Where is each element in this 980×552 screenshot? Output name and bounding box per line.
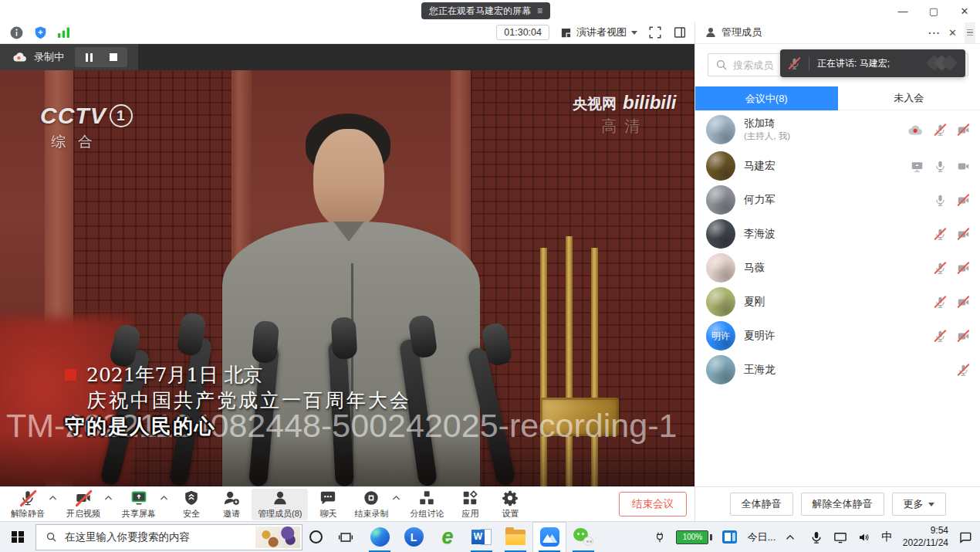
close-button[interactable]: ✕ [949,0,980,22]
avatar [706,355,735,384]
ie-icon: e [441,527,453,547]
taskbar-app-meeting[interactable] [532,522,566,552]
tray-speaker-icon[interactable] [857,530,871,544]
network-signal-icon[interactable] [57,26,71,39]
taskbar-app-edge[interactable] [363,522,397,552]
action-center-icon[interactable] [958,530,972,544]
camera-off-icon [957,124,970,137]
settings-button[interactable]: 设置 [490,489,530,520]
mute-all-button[interactable]: 全体静音 [730,493,793,516]
mic-on-icon [934,194,947,207]
pause-recording-button[interactable] [78,49,100,66]
security-button[interactable]: 安全 [171,489,211,520]
video-caption-date: 2021年7月1日 北京 [65,362,262,388]
system-tray: 100% 今日... 中 9:54 2022/11/24 [654,522,980,552]
chevron-up-icon[interactable] [49,495,57,501]
panel-grip[interactable] [965,22,975,43]
unmute-all-button[interactable]: 解除全体静音 [801,493,884,516]
folder-icon [505,530,525,545]
camera-off-icon [957,330,970,343]
tab-in-meeting[interactable]: 会议中(8) [695,86,838,110]
tab-not-joined[interactable]: 未入会 [838,86,980,110]
member-row[interactable]: 李海波 [695,217,980,251]
fullscreen-icon[interactable] [648,25,662,39]
chat-icon [319,489,336,506]
unmute-button[interactable]: 解除静音 [5,489,51,520]
apps-button[interactable]: 应用 [450,489,490,520]
recording-strip: 录制中 [0,44,694,70]
battery-indicator[interactable]: 100% [676,530,712,544]
meeting-app-icon [540,527,559,547]
taskbar-app-wechat[interactable] [566,522,600,552]
member-row[interactable]: 何力军 [695,183,980,217]
camera-off-icon [75,489,92,506]
minimize-button[interactable]: — [887,0,918,22]
banner-menu-icon[interactable]: ≡ [537,6,542,15]
tray-expand-chevron-icon[interactable] [786,530,799,544]
cortana-button[interactable] [302,522,329,552]
taskbar-app-ie[interactable]: e [431,522,465,552]
panel-close-icon[interactable]: ✕ [948,27,957,39]
ime-indicator[interactable]: 中 [881,530,893,544]
view-mode-selector[interactable]: 演讲者视图 [560,25,637,39]
layout-icon [560,27,572,39]
member-name: 夏明许 [744,329,776,343]
meeting-protect-shield-icon[interactable] [33,25,48,40]
taskbar-app-explorer[interactable] [498,522,532,552]
member-search-row: 正在讲话: 马建宏; [695,44,980,86]
panel-title: 管理成员 [721,25,762,39]
share-screen-icon [130,489,147,506]
member-row[interactable]: 明许 夏明许 [695,319,980,353]
start-video-button[interactable]: 开启视频 [60,489,106,520]
windows-taskbar: 在这里输入你要搜索的内容 L e W 100% 今日... 中 9 [0,521,980,552]
member-row[interactable]: 王海龙 [695,353,980,387]
breakout-rooms-button[interactable]: 分组讨论 [404,489,450,520]
chat-button[interactable]: 聊天 [308,489,348,520]
start-button[interactable] [0,522,35,552]
search-box-art [255,527,300,548]
invite-button[interactable]: 邀请 [211,489,252,520]
meeting-info-icon[interactable] [9,25,24,40]
end-meeting-button[interactable]: 结束会议 [619,492,687,516]
member-row[interactable]: 马薇 [695,251,980,285]
news-widget-icon[interactable] [722,530,737,544]
chevron-up-icon[interactable] [160,495,168,501]
tray-mic-icon[interactable] [809,530,823,544]
meeting-timer: 01:30:04 [496,25,549,40]
camera-off-icon [957,194,970,207]
cctv-text: CCTV [40,103,106,129]
panel-header: 管理成员 ··· ✕ [694,22,980,44]
mic-off-icon [957,364,970,377]
chevron-up-icon[interactable] [104,495,113,501]
side-panel-toggle-icon[interactable] [673,25,687,39]
member-name: 马建宏 [744,159,776,173]
taskbar-app-browser[interactable]: L [397,522,431,552]
chevron-up-icon[interactable] [392,495,400,501]
tray-display-icon[interactable] [833,530,847,544]
window-controls: — ▢ ✕ [887,0,980,22]
avatar-initials: 明许 [711,330,730,343]
maximize-button[interactable]: ▢ [918,0,949,22]
stop-recording-button[interactable] [103,49,124,66]
avatar [706,253,735,283]
taskbar-app-word[interactable]: W [465,522,498,552]
stop-recording-button[interactable]: 结束录制 [348,489,394,520]
search-icon [715,59,728,71]
member-role: (主持人, 我) [744,130,790,143]
panel-more-icon[interactable]: ··· [928,27,941,39]
manage-members-button[interactable]: 管理成员(8) [252,489,308,520]
member-row[interactable]: 夏刚 [695,285,980,319]
task-view-button[interactable] [329,522,363,552]
share-screen-button[interactable]: 共享屏幕 [116,489,162,520]
person-add-icon [223,489,240,506]
taskbar-search-box[interactable]: 在这里输入你要搜索的内容 [35,524,302,550]
wechat-icon [573,528,593,547]
taskbar-clock[interactable]: 9:54 2022/11/24 [903,525,948,549]
member-row[interactable]: 张加琦 (主持人, 我) [695,110,980,149]
member-row[interactable]: 马建宏 [695,149,980,183]
microphone-head [331,317,358,360]
more-button[interactable]: 更多 [892,493,946,516]
person-icon [272,489,289,506]
news-widget-label[interactable]: 今日... [747,530,776,544]
gear-icon [502,489,519,506]
